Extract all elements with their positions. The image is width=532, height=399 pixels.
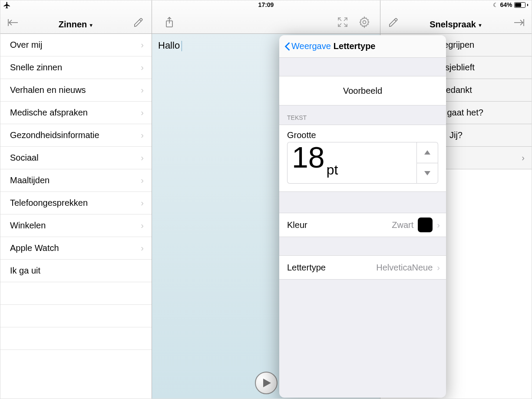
- left-title-label: Zinnen: [59, 20, 87, 30]
- list-item-label: Ik ga uit: [10, 266, 40, 276]
- font-size-row: Grootte 18 pt: [279, 125, 446, 192]
- edit-right-icon[interactable]: [387, 16, 400, 30]
- font-value: HelveticaNeue: [376, 263, 433, 273]
- stepper-up-button[interactable]: [416, 142, 438, 163]
- battery-percent: 64%: [500, 1, 512, 8]
- fullscreen-icon[interactable]: [336, 15, 350, 29]
- left-list-item[interactable]: Over mij›: [0, 34, 152, 56]
- font-preview-text: Voorbeeld: [343, 86, 382, 96]
- empty-row: [0, 305, 152, 327]
- color-label: Kleur: [287, 220, 307, 230]
- list-item-label: Apple Watch: [10, 243, 59, 253]
- left-title-dropdown[interactable]: Zinnen ▼: [59, 20, 93, 30]
- left-list-item[interactable]: Telefoongesprekken›: [0, 192, 152, 214]
- battery-icon: [514, 2, 525, 8]
- left-list-item[interactable]: Medische afspraken›: [0, 102, 152, 124]
- svg-line-7: [338, 23, 341, 26]
- list-item-label: Telefoongesprekken: [10, 198, 88, 208]
- left-list: Over mij›Snelle zinnen›Verhalen en nieuw…: [0, 34, 152, 399]
- list-item-label: Sociaal: [10, 153, 39, 163]
- caret-down-icon: ▼: [89, 23, 93, 28]
- chevron-right-icon: ›: [141, 40, 144, 50]
- color-row[interactable]: Kleur Zwart ›: [279, 213, 446, 237]
- left-list-item[interactable]: Apple Watch›: [0, 237, 152, 260]
- status-bar: 17:09 ☾ 64%: [0, 0, 532, 11]
- chevron-right-icon: ›: [141, 153, 144, 163]
- color-swatch: [418, 218, 433, 232]
- font-preview-row: Voorbeeld: [279, 76, 446, 106]
- svg-marker-13: [424, 171, 430, 175]
- left-list-item[interactable]: Winkelen›: [0, 214, 152, 237]
- chevron-right-icon: ›: [141, 85, 144, 95]
- empty-row: [0, 282, 152, 305]
- list-item-label: Jij?: [449, 130, 463, 140]
- chevron-right-icon: ›: [141, 130, 144, 140]
- size-display: 18 pt: [287, 142, 416, 184]
- color-value: Zwart: [392, 220, 413, 230]
- list-item-label: Gezondheidsinformatie: [10, 130, 99, 140]
- chevron-right-icon: ›: [141, 243, 144, 253]
- left-panel: Zinnen ▼ Over mij›Snelle zinnen›Verhalen…: [0, 0, 152, 399]
- gear-icon[interactable]: [357, 15, 371, 29]
- svg-line-5: [344, 18, 347, 21]
- collapse-right-icon[interactable]: [512, 16, 525, 30]
- compose-text: Hallo: [158, 40, 180, 51]
- left-list-item[interactable]: Maaltijden›: [0, 169, 152, 192]
- svg-line-6: [344, 23, 347, 26]
- edit-left-icon[interactable]: [132, 16, 145, 30]
- text-cursor: [182, 41, 182, 51]
- chevron-right-icon: ›: [141, 198, 144, 208]
- font-row[interactable]: Lettertype HelveticaNeue ›: [279, 255, 446, 280]
- chevron-right-icon: ›: [141, 221, 144, 231]
- left-list-item[interactable]: Ik ga uit: [0, 260, 152, 282]
- right-title-dropdown[interactable]: Snelspraak ▼: [430, 20, 482, 30]
- svg-marker-9: [263, 379, 271, 387]
- play-button[interactable]: [255, 372, 278, 394]
- popover-header: Weergave Lettertype: [279, 35, 446, 58]
- status-time: 17:09: [258, 1, 274, 8]
- list-item-label: Snelle zinnen: [10, 63, 62, 73]
- font-settings-popover: Weergave Lettertype Voorbeeld Tekst Groo…: [279, 35, 446, 398]
- collapse-left-icon[interactable]: [7, 16, 20, 30]
- right-title-label: Snelspraak: [430, 20, 476, 30]
- size-value: 18: [292, 142, 325, 172]
- do-not-disturb-icon: ☾: [493, 2, 498, 8]
- airplane-mode-icon: [3, 1, 11, 10]
- svg-marker-12: [424, 150, 430, 155]
- list-item-label: Medische afspraken: [10, 108, 88, 118]
- size-unit: pt: [327, 162, 338, 178]
- stepper-down-button[interactable]: [416, 163, 438, 184]
- list-item-label: Verhalen en nieuws: [10, 85, 86, 95]
- popover-title: Lettertype: [334, 41, 376, 51]
- chevron-right-icon: ›: [141, 108, 144, 118]
- empty-row: [0, 327, 152, 350]
- left-list-item[interactable]: Snelle zinnen›: [0, 56, 152, 79]
- chevron-right-icon: ›: [141, 63, 144, 73]
- chevron-right-icon: ›: [141, 175, 144, 185]
- list-item-label: Winkelen: [10, 221, 46, 231]
- svg-line-4: [338, 18, 341, 21]
- back-label: Weergave: [291, 41, 331, 51]
- left-list-item[interactable]: Verhalen en nieuws›: [0, 79, 152, 102]
- font-label: Lettertype: [287, 263, 326, 273]
- section-label: Tekst: [279, 106, 446, 125]
- svg-point-8: [363, 21, 366, 24]
- chevron-right-icon: ›: [522, 153, 525, 163]
- chevron-right-icon: ›: [437, 263, 440, 273]
- chevron-right-icon: ›: [437, 220, 440, 230]
- list-item-label: Over mij: [10, 40, 42, 50]
- size-label: Grootte: [287, 130, 438, 140]
- list-item-label: Maaltijden: [10, 175, 50, 185]
- left-list-item[interactable]: Gezondheidsinformatie›: [0, 124, 152, 147]
- back-button[interactable]: Weergave: [284, 41, 331, 51]
- left-list-item[interactable]: Sociaal›: [0, 147, 152, 169]
- share-icon[interactable]: [162, 15, 176, 29]
- caret-down-icon: ▼: [478, 23, 482, 28]
